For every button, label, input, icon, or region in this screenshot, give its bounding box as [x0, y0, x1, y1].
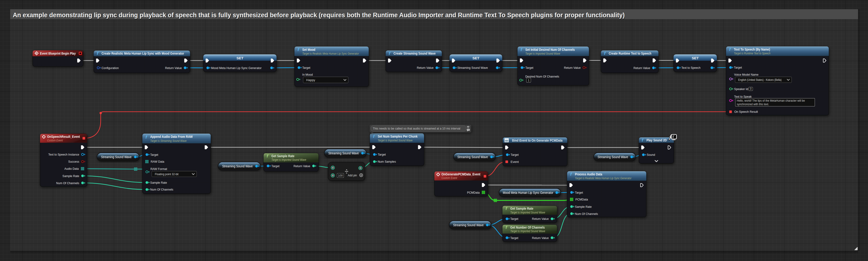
svg-text:Sample Rate: Sample Rate — [150, 181, 167, 184]
svg-text:Play Sound 2D: Play Sound 2D — [647, 138, 667, 142]
svg-text:Voice Model Name: Voice Model Name — [734, 73, 758, 76]
svg-text:Mood Meta Human Lip Sync Gener: Mood Meta Human Lip Sync Generator — [503, 191, 553, 194]
svg-text:Target is Runtime Text to Spee: Target is Runtime Text to Speech — [734, 52, 770, 55]
svg-text:Streaming Sound Wave: Streaming Sound Wave — [328, 151, 359, 155]
svg-text:100: 100 — [338, 174, 343, 177]
svg-text:Event: Event — [510, 160, 519, 163]
svg-text:Target: Target — [272, 164, 280, 168]
svg-text:Target is Imported Sound Wave: Target is Imported Sound Wave — [378, 139, 412, 142]
svg-text:Streaming Sound Wave: Streaming Sound Wave — [101, 155, 131, 159]
svg-text:Mood Meta Human Lip Sync Gener: Mood Meta Human Lip Sync Generator — [211, 66, 261, 70]
svg-text:Get Sample Rate: Get Sample Rate — [272, 154, 294, 158]
svg-text:SET: SET — [472, 56, 479, 60]
svg-text:Set Num Samples Per Chunk: Set Num Samples Per Chunk — [378, 135, 417, 138]
svg-text:In Mood: In Mood — [302, 73, 313, 76]
svg-text:Streaming Sound Wave: Streaming Sound Wave — [222, 164, 253, 168]
svg-text:Sample Rate: Sample Rate — [63, 174, 80, 178]
svg-text:Target is Imported Sound Wave: Target is Imported Sound Wave — [510, 211, 545, 214]
svg-text:English (United States) - Koko: English (United States) - Kokoro (Bella) — [738, 78, 781, 81]
svg-text:Happy: Happy — [306, 78, 315, 82]
svg-text:Num Of Channels: Num Of Channels — [150, 188, 174, 191]
svg-text:Set Mood: Set Mood — [302, 48, 315, 51]
svg-text:RAW Format: RAW Format — [150, 167, 167, 171]
svg-text:OnSpeechResult_Event: OnSpeechResult_Event — [47, 135, 80, 139]
svg-text:Success: Success — [68, 160, 80, 163]
svg-text:Target is Streaming Sound Wave: Target is Streaming Sound Wave — [150, 139, 187, 143]
svg-text:Get Number Of Channels: Get Number Of Channels — [510, 226, 545, 229]
svg-text:This needs to be called so tha: This needs to be called so that audio is… — [373, 127, 461, 130]
svg-text:Target: Target — [302, 66, 310, 70]
svg-text:Target is Realistic Meta Human: Target is Realistic Meta Human Lip Sync … — [302, 52, 359, 55]
svg-text:RAW Data: RAW Data — [151, 160, 164, 163]
svg-text:Target: Target — [510, 217, 518, 221]
svg-text:Return Value: Return Value — [165, 66, 182, 70]
svg-text:Target: Target — [575, 191, 583, 194]
svg-text:On Speech Result: On Speech Result — [734, 110, 758, 113]
svg-text:PCMData: PCMData — [576, 198, 588, 201]
svg-text:Get Sample Rate: Get Sample Rate — [510, 207, 533, 211]
svg-text:Target is Imported Sound Wave: Target is Imported Sound Wave — [272, 158, 306, 161]
svg-text:Target: Target — [150, 153, 158, 156]
svg-text:An example demonstrating lip s: An example demonstrating lip sync during… — [13, 11, 625, 19]
svg-text:Sound: Sound — [647, 153, 655, 156]
svg-text:Text to Speak: Text to Speak — [734, 95, 752, 98]
svg-text:Target: Target — [734, 66, 742, 69]
svg-text:Text to Speech: Text to Speech — [681, 66, 701, 70]
svg-text:Target: Target — [378, 153, 386, 156]
svg-text:Process Audio Data: Process Audio Data — [575, 172, 602, 176]
svg-text:Target: Target — [510, 236, 518, 240]
svg-text:SET: SET — [692, 56, 699, 60]
svg-text:Return Value: Return Value — [564, 66, 581, 70]
svg-text:Target is Imported Sound Wave: Target is Imported Sound Wave — [525, 52, 560, 55]
svg-text:0: 0 — [750, 87, 752, 90]
svg-text:Num Of Channels: Num Of Channels — [56, 181, 80, 185]
svg-text:Target is Realistic Meta Human: Target is Realistic Meta Human Lip Sync … — [575, 177, 632, 180]
svg-text:Return Value: Return Value — [532, 217, 549, 221]
svg-text:SET: SET — [237, 56, 243, 60]
svg-text:Bind Event to On Generate PCMD: Bind Event to On Generate PCMData — [512, 139, 562, 142]
svg-text:Event Blueprint Begin Play: Event Blueprint Begin Play — [40, 51, 76, 55]
svg-text:Return Value: Return Value — [417, 66, 434, 70]
svg-text:Speaker Id: Speaker Id — [734, 87, 748, 91]
svg-text:Return Value: Return Value — [633, 66, 650, 70]
svg-text:Target is Imported Sound Wave: Target is Imported Sound Wave — [510, 230, 545, 233]
svg-text:Set Initial Desired Num Of Cha: Set Initial Desired Num Of Channels — [525, 48, 575, 51]
svg-text:OnGeneratePCMData_Event: OnGeneratePCMData_Event — [441, 172, 480, 176]
svg-text:Floating point 32-bit: Floating point 32-bit — [155, 172, 179, 176]
svg-text:Target: Target — [510, 153, 519, 156]
svg-text:Custom Event: Custom Event — [441, 176, 457, 180]
svg-text:Append Audio Data From RAW: Append Audio Data From RAW — [150, 135, 193, 139]
svg-text:Audio Data: Audio Data — [64, 167, 79, 171]
svg-text:PCMData: PCMData — [467, 191, 480, 194]
svg-text:Hello, world! The lips of the: Hello, world! The lips of the MetaHuman … — [737, 99, 805, 102]
svg-text:Configuration: Configuration — [102, 66, 119, 70]
svg-text:Sample Rate: Sample Rate — [575, 205, 592, 209]
svg-text:Streaming Sound Wave: Streaming Sound Wave — [597, 155, 628, 159]
svg-text:Streaming Sound Wave: Streaming Sound Wave — [453, 223, 484, 227]
svg-text:Target: Target — [525, 66, 533, 70]
svg-text:Desired Num Of Channels: Desired Num Of Channels — [525, 75, 559, 78]
svg-text:synchronized with this text.: synchronized with this text. — [737, 102, 769, 106]
svg-text:Custom Event: Custom Event — [47, 139, 63, 142]
svg-text:Text To Speech (By Name): Text To Speech (By Name) — [734, 47, 770, 51]
svg-text:Create Streaming Sound Wave: Create Streaming Sound Wave — [394, 51, 436, 55]
svg-text:Return Value: Return Value — [293, 164, 310, 168]
svg-text:Create Realistic Meta Human Li: Create Realistic Meta Human Lip Sync wit… — [102, 51, 184, 55]
svg-text:Streaming Sound Wave: Streaming Sound Wave — [458, 155, 488, 159]
svg-text:1: 1 — [528, 79, 529, 82]
svg-text:Add pin: Add pin — [348, 174, 357, 177]
svg-text:Num Samples: Num Samples — [378, 160, 396, 163]
svg-text:Streaming Sound Wave: Streaming Sound Wave — [458, 66, 488, 70]
svg-text:Text to Speech Instance: Text to Speech Instance — [48, 153, 80, 156]
svg-text:Return Value: Return Value — [532, 236, 549, 240]
svg-text:Create Runtime Text to Speech: Create Runtime Text to Speech — [609, 51, 651, 55]
svg-text:Num Of Channels: Num Of Channels — [575, 212, 598, 216]
